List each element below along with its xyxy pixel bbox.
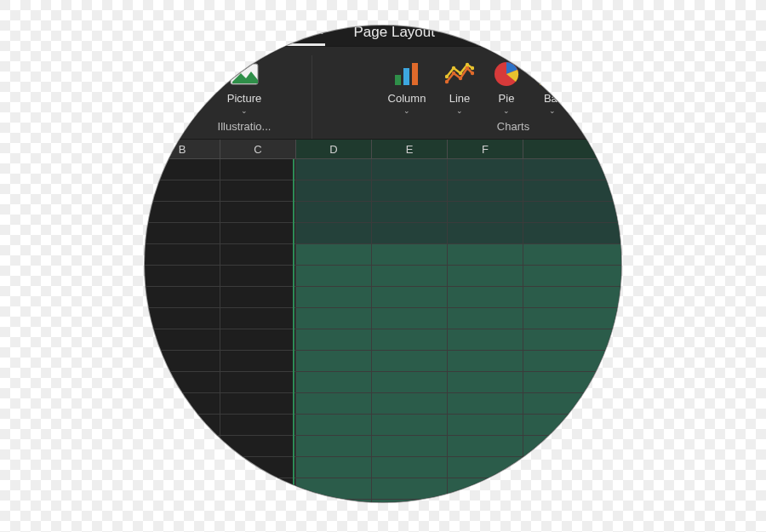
col-header-f[interactable]: F	[448, 140, 523, 158]
cell[interactable]	[145, 500, 220, 502]
cell[interactable]	[220, 223, 296, 244]
cell[interactable]	[448, 159, 523, 180]
col-header-b[interactable]: B	[145, 140, 220, 158]
cell[interactable]	[523, 202, 621, 223]
cell[interactable]	[296, 500, 372, 502]
cell[interactable]	[372, 457, 448, 478]
cell[interactable]	[448, 287, 523, 308]
cell[interactable]	[220, 457, 296, 478]
cell[interactable]	[372, 287, 448, 308]
cell[interactable]	[145, 372, 220, 393]
cell[interactable]	[372, 351, 448, 372]
tab-page-layout[interactable]: Page Layout	[352, 26, 437, 46]
cell[interactable]	[220, 180, 296, 202]
cell[interactable]	[372, 478, 448, 500]
cell[interactable]	[220, 500, 296, 502]
cell[interactable]	[448, 308, 523, 329]
col-header-g[interactable]	[523, 140, 621, 158]
cell[interactable]	[220, 244, 296, 266]
cell[interactable]	[220, 159, 296, 180]
cell[interactable]	[448, 436, 523, 457]
insert-picture-button[interactable]: Picture ⌄	[213, 55, 276, 115]
cell[interactable]	[296, 372, 372, 393]
cell[interactable]	[523, 329, 621, 351]
cell[interactable]	[523, 351, 621, 372]
cell[interactable]	[145, 223, 220, 244]
cell[interactable]	[523, 180, 621, 202]
cell[interactable]	[523, 415, 621, 436]
cell[interactable]	[145, 329, 220, 351]
cell[interactable]	[523, 159, 621, 180]
cell[interactable]	[296, 159, 372, 180]
cell[interactable]	[448, 266, 523, 287]
cell[interactable]	[523, 393, 621, 415]
cell[interactable]	[296, 393, 372, 415]
cell[interactable]	[145, 266, 220, 287]
cell[interactable]	[372, 393, 448, 415]
cell[interactable]	[145, 457, 220, 478]
cell[interactable]	[296, 223, 372, 244]
cell[interactable]	[523, 308, 621, 329]
cell[interactable]	[372, 223, 448, 244]
cell[interactable]	[523, 244, 621, 266]
cell[interactable]	[145, 202, 220, 223]
cell[interactable]	[523, 287, 621, 308]
cell[interactable]	[448, 223, 523, 244]
cell[interactable]	[523, 223, 621, 244]
cell[interactable]	[220, 478, 296, 500]
chart-bar-button[interactable]: Bar ⌄	[529, 55, 575, 115]
cell[interactable]	[372, 329, 448, 351]
cell[interactable]	[372, 159, 448, 180]
cell[interactable]	[145, 478, 220, 500]
chart-column-button[interactable]: Column ⌄	[378, 55, 436, 115]
cell[interactable]	[448, 329, 523, 351]
cell[interactable]	[145, 287, 220, 308]
cell[interactable]	[448, 415, 523, 436]
cell[interactable]	[145, 308, 220, 329]
cell[interactable]	[145, 244, 220, 266]
cell[interactable]	[448, 478, 523, 500]
cell[interactable]	[372, 202, 448, 223]
chart-line-button[interactable]: Line ⌄	[436, 55, 483, 115]
cell[interactable]	[220, 329, 296, 351]
cell[interactable]	[296, 351, 372, 372]
col-header-c[interactable]: C	[220, 140, 296, 158]
cell[interactable]	[448, 457, 523, 478]
cell[interactable]	[220, 415, 296, 436]
cell[interactable]	[296, 457, 372, 478]
chart-area-button[interactable]: Area ⌄	[575, 55, 621, 115]
cell[interactable]	[296, 266, 372, 287]
cell[interactable]	[145, 159, 220, 180]
cell[interactable]	[523, 457, 621, 478]
cell[interactable]	[145, 351, 220, 372]
cell[interactable]	[372, 244, 448, 266]
tab-insert[interactable]: Insert	[285, 26, 325, 46]
cell[interactable]	[372, 266, 448, 287]
cell[interactable]	[220, 202, 296, 223]
spreadsheet-grid[interactable]	[145, 159, 621, 502]
cell[interactable]	[372, 180, 448, 202]
cell[interactable]	[448, 500, 523, 502]
cell[interactable]	[296, 202, 372, 223]
cell[interactable]	[448, 351, 523, 372]
cell[interactable]	[296, 180, 372, 202]
cell[interactable]	[448, 244, 523, 266]
cell[interactable]	[448, 180, 523, 202]
cell[interactable]	[145, 393, 220, 415]
cell[interactable]	[220, 372, 296, 393]
cell[interactable]	[448, 202, 523, 223]
cell[interactable]	[372, 308, 448, 329]
cell[interactable]	[372, 500, 448, 502]
cell[interactable]	[448, 393, 523, 415]
cell[interactable]	[220, 351, 296, 372]
cell[interactable]	[145, 180, 220, 202]
cell[interactable]	[523, 266, 621, 287]
cell[interactable]	[296, 287, 372, 308]
cell[interactable]	[220, 308, 296, 329]
col-header-d[interactable]: D	[296, 140, 372, 158]
cell[interactable]	[372, 436, 448, 457]
cell[interactable]	[523, 478, 621, 500]
cell[interactable]	[296, 244, 372, 266]
cell[interactable]	[145, 436, 220, 457]
cell[interactable]	[145, 415, 220, 436]
